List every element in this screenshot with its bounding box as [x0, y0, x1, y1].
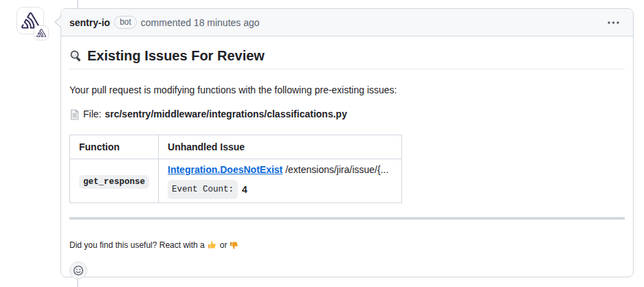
issue-table-row: get_response Integration.DoesNotExist /e…	[70, 159, 402, 203]
kebab-menu-button[interactable]	[603, 19, 623, 27]
thumbs-up-icon	[208, 240, 217, 250]
file-path: src/sentry/middleware/integrations/class…	[104, 107, 346, 122]
comment-author[interactable]: sentry-io	[69, 17, 110, 28]
kebab-menu-icon	[608, 21, 619, 24]
file-label: File:	[83, 107, 101, 122]
event-count-value: 4	[242, 182, 247, 197]
search-icon	[69, 49, 82, 62]
comment-header: sentry-io bot commented 18 minutes ago	[61, 9, 633, 36]
comment-title-text: Existing Issues For Review	[87, 47, 265, 65]
issue-link[interactable]: Integration.DoesNotExist	[168, 164, 282, 175]
intro-text: Your pull request is modifying functions…	[69, 83, 625, 97]
event-count-line: Event Count: 4	[168, 180, 392, 199]
feedback-prompt-or: or	[220, 240, 227, 250]
issue-title-line: Integration.DoesNotExist /extensions/jir…	[168, 163, 392, 176]
feedback-prompt: Did you find this useful? React with a o…	[69, 240, 625, 250]
column-header-unhandled-issue: Unhandled Issue	[159, 135, 402, 159]
thumbs-down-icon	[230, 240, 239, 250]
bot-badge: bot	[114, 16, 137, 29]
divider	[69, 217, 625, 220]
issue-cell: Integration.DoesNotExist /extensions/jir…	[159, 159, 402, 203]
page-icon	[69, 109, 80, 120]
feedback-prompt-text: Did you find this useful? React with a	[69, 240, 205, 250]
column-header-function: Function	[70, 135, 159, 159]
bot-avatar-badge	[34, 25, 49, 41]
add-reaction-button[interactable]	[69, 262, 87, 279]
function-cell: get_response	[70, 159, 159, 203]
comment-body: Existing Issues For Review Your pull req…	[61, 36, 633, 279]
comment-title: Existing Issues For Review	[69, 47, 625, 69]
sentry-logo-small-icon	[36, 29, 46, 38]
event-count-label: Event Count:	[168, 180, 238, 199]
issue-transaction-path: /extensions/jira/issue/{...	[285, 164, 388, 175]
smiley-icon	[73, 265, 84, 276]
comment-card: sentry-io bot commented 18 minutes ago	[60, 8, 634, 277]
issues-table-header-row: Function Unhandled Issue	[70, 135, 402, 159]
function-name-code: get_response	[79, 175, 149, 189]
file-line: File: src/sentry/middleware/integrations…	[69, 107, 625, 122]
pr-timeline-page: sentry-io bot commented 18 minutes ago	[0, 0, 644, 287]
comment-timestamp[interactable]: commented 18 minutes ago	[141, 17, 260, 28]
comment-author-avatar[interactable]	[16, 7, 49, 41]
issues-table: Function Unhandled Issue get_response In…	[69, 135, 402, 203]
